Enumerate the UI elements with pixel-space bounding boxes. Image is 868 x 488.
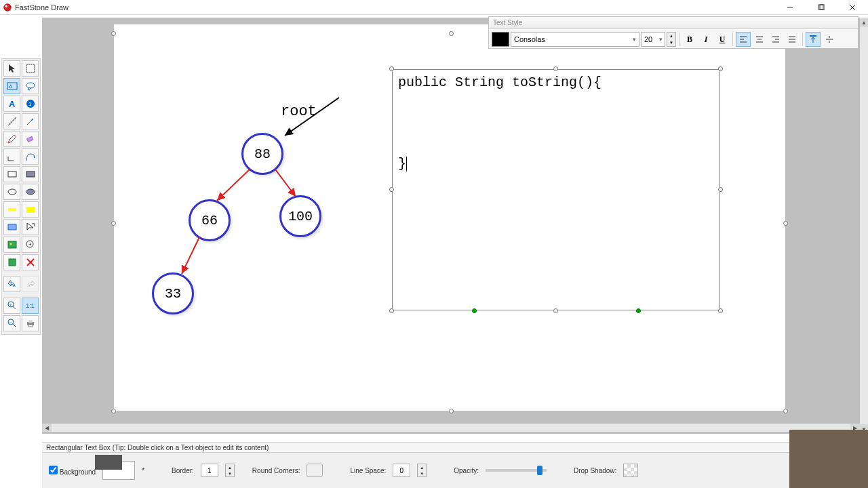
ellipse-tool[interactable] bbox=[3, 184, 20, 200]
blur-tool[interactable] bbox=[3, 219, 20, 235]
svg-line-41 bbox=[217, 169, 250, 201]
webcam-overlay bbox=[789, 430, 868, 488]
bold-button[interactable]: B bbox=[682, 32, 697, 47]
svg-text:+: + bbox=[9, 302, 12, 306]
svg-point-19 bbox=[8, 189, 16, 195]
fill-tool[interactable] bbox=[22, 201, 39, 218]
align-right-button[interactable] bbox=[768, 32, 783, 47]
italic-button[interactable]: I bbox=[698, 32, 713, 47]
svg-point-25 bbox=[9, 243, 12, 245]
opacity-slider[interactable] bbox=[486, 469, 547, 472]
opacity-label: Opacity: bbox=[454, 467, 479, 474]
scroll-up-icon[interactable]: ▲ bbox=[860, 18, 868, 27]
svg-text:−: − bbox=[9, 320, 12, 324]
tree-node-33[interactable]: 33 bbox=[152, 272, 194, 314]
svg-rect-21 bbox=[8, 208, 16, 211]
scroll-left-icon[interactable]: ◀ bbox=[42, 424, 52, 432]
background-checkbox[interactable] bbox=[49, 466, 58, 474]
valign-middle-button[interactable] bbox=[822, 32, 837, 47]
svg-rect-17 bbox=[8, 171, 16, 177]
tree-node-66[interactable]: 66 bbox=[189, 199, 231, 241]
text-style-panel[interactable]: Text Style Consolas 20 ▲▼ B I U bbox=[488, 16, 859, 49]
horizontal-scrollbar[interactable]: ◀ ▶ bbox=[42, 424, 860, 432]
font-size-select[interactable]: 20 bbox=[641, 32, 665, 47]
text-box-tool[interactable]: A bbox=[3, 78, 20, 94]
zoom-in-button[interactable]: + bbox=[3, 298, 20, 314]
zoom-reset-button[interactable]: 1:1 bbox=[22, 298, 39, 314]
text-color-swatch[interactable] bbox=[492, 32, 509, 47]
rect-tool[interactable] bbox=[3, 166, 20, 182]
print-button[interactable] bbox=[22, 315, 39, 331]
select-tool[interactable] bbox=[3, 60, 20, 77]
text-style-title: Text Style bbox=[489, 17, 858, 29]
linespace-spinner[interactable]: ▲▼ bbox=[417, 464, 427, 477]
svg-rect-3 bbox=[818, 5, 823, 9]
move-tool[interactable] bbox=[22, 219, 39, 235]
minimize-button[interactable] bbox=[774, 0, 806, 15]
svg-rect-39 bbox=[28, 325, 33, 327]
font-size-spinner[interactable]: ▲▼ bbox=[667, 32, 676, 47]
tree-node-88[interactable]: 88 bbox=[241, 133, 283, 175]
line-tool[interactable] bbox=[3, 113, 20, 129]
round-corners-selector[interactable] bbox=[307, 464, 323, 477]
svg-rect-18 bbox=[26, 171, 35, 177]
svg-rect-22 bbox=[26, 207, 35, 213]
eraser-tool[interactable] bbox=[22, 131, 39, 147]
maximize-button[interactable] bbox=[806, 0, 837, 15]
marquee-tool[interactable] bbox=[22, 60, 39, 77]
svg-line-35 bbox=[13, 324, 16, 327]
vertical-scrollbar[interactable]: ▲ ▼ bbox=[860, 18, 868, 434]
redo-button[interactable] bbox=[22, 276, 39, 292]
code-textbox[interactable]: public String toString(){ } bbox=[392, 69, 720, 310]
text-box-selection[interactable]: public String toString(){ } bbox=[392, 69, 720, 310]
crop-tool[interactable] bbox=[3, 254, 20, 270]
svg-text:1: 1 bbox=[28, 101, 32, 107]
magnify-tool[interactable]: + bbox=[22, 237, 39, 253]
border-label: Border: bbox=[172, 467, 194, 474]
delete-tool[interactable] bbox=[22, 254, 39, 270]
svg-line-32 bbox=[13, 306, 16, 309]
tree-node-100[interactable]: 100 bbox=[279, 195, 321, 237]
background-swatch[interactable] bbox=[102, 461, 135, 480]
text-tool[interactable]: A bbox=[3, 96, 20, 112]
drop-shadow-selector[interactable] bbox=[623, 464, 638, 477]
undo-button[interactable] bbox=[3, 276, 20, 292]
callout-tool[interactable] bbox=[22, 78, 39, 94]
filled-rect-tool[interactable] bbox=[22, 166, 39, 182]
curve-tool[interactable] bbox=[22, 148, 39, 165]
svg-point-1 bbox=[5, 5, 8, 7]
valign-top-button[interactable] bbox=[806, 32, 821, 47]
underline-button[interactable]: U bbox=[715, 32, 730, 47]
border-input[interactable] bbox=[201, 464, 218, 477]
round-corners-label: Round Corners: bbox=[252, 467, 300, 474]
svg-point-20 bbox=[26, 189, 35, 195]
close-button[interactable] bbox=[837, 0, 868, 15]
svg-rect-16 bbox=[26, 136, 33, 142]
highlighter-tool[interactable] bbox=[3, 201, 20, 218]
font-family-select[interactable]: Consolas bbox=[511, 32, 639, 47]
canvas-page[interactable]: root 88 66 100 33 public String toString… bbox=[114, 24, 785, 411]
align-center-button[interactable] bbox=[752, 32, 767, 47]
zoom-out-button[interactable]: − bbox=[3, 315, 20, 331]
properties-bar: Background * Border: ▲▼ Round Corners: L… bbox=[42, 453, 868, 488]
root-label[interactable]: root bbox=[281, 103, 317, 120]
shadow-label: Drop Shadow: bbox=[574, 467, 616, 474]
svg-rect-38 bbox=[28, 320, 33, 323]
background-checkbox-wrap[interactable]: Background bbox=[49, 466, 96, 476]
pencil-tool[interactable] bbox=[3, 131, 20, 147]
image-tool[interactable] bbox=[3, 237, 20, 253]
filled-ellipse-tool[interactable] bbox=[22, 184, 39, 200]
number-tool[interactable]: 1 bbox=[22, 96, 39, 112]
svg-line-42 bbox=[275, 169, 296, 197]
border-spinner[interactable]: ▲▼ bbox=[225, 464, 235, 477]
align-left-button[interactable] bbox=[736, 32, 751, 47]
svg-rect-24 bbox=[8, 241, 16, 248]
linespace-label: Line Space: bbox=[350, 467, 386, 474]
linespace-input[interactable] bbox=[393, 464, 410, 477]
polyline-tool[interactable] bbox=[3, 148, 20, 165]
canvas-area[interactable]: root 88 66 100 33 public String toString… bbox=[42, 18, 860, 434]
app-icon bbox=[3, 3, 12, 12]
align-justify-button[interactable] bbox=[785, 32, 800, 47]
title-bar: FastStone Draw bbox=[0, 0, 868, 15]
arrow-tool[interactable] bbox=[22, 113, 39, 129]
